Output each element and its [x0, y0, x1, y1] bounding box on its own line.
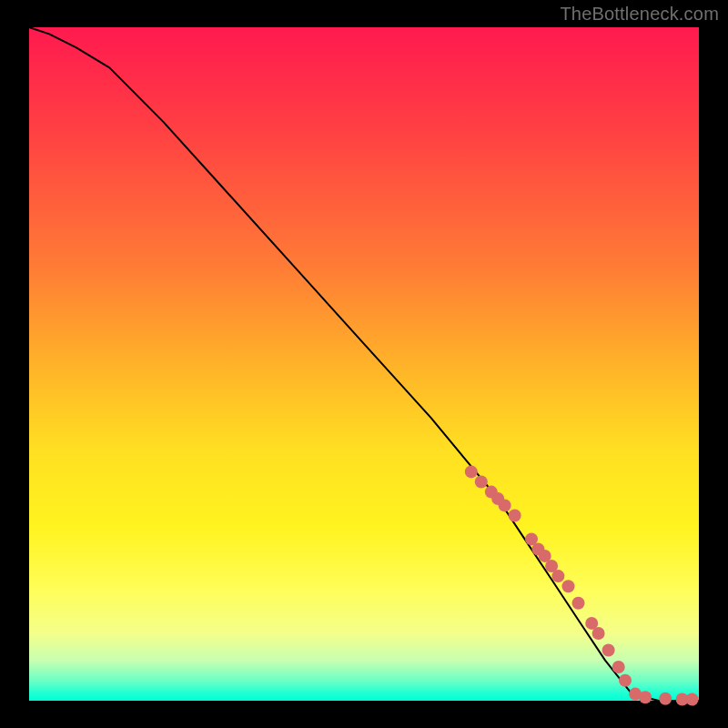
- marker-dot: [551, 570, 564, 582]
- marker-dot: [499, 499, 511, 511]
- marker-dot: [562, 580, 575, 592]
- marker-dot: [592, 627, 605, 640]
- marker-dots: [465, 465, 699, 705]
- marker-dot: [475, 476, 488, 489]
- marker-dot: [572, 597, 585, 610]
- marker-dot: [619, 674, 632, 687]
- bottleneck-curve: [29, 27, 699, 701]
- chart-frame: TheBottleneck.com: [0, 0, 728, 728]
- marker-dot: [659, 693, 672, 705]
- marker-dot: [602, 644, 615, 657]
- marker-dot: [612, 661, 625, 673]
- marker-dot: [686, 693, 699, 706]
- watermark-text: TheBottleneck.com: [560, 4, 719, 25]
- marker-dot: [465, 465, 478, 478]
- curve-layer: [29, 27, 699, 701]
- marker-dot: [639, 691, 652, 703]
- marker-dot: [509, 510, 521, 522]
- plot-area: [29, 27, 699, 701]
